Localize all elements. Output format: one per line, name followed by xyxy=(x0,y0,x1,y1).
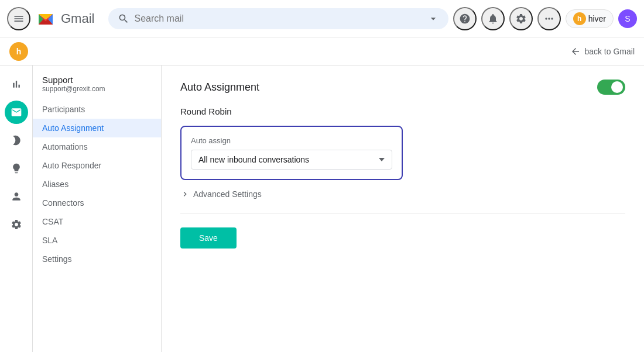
nav-link-participants[interactable]: Participants xyxy=(33,100,161,119)
hiver-chip-label: hiver xyxy=(588,14,606,23)
auto-assignment-toggle[interactable] xyxy=(597,80,625,95)
toggle-slider xyxy=(597,80,625,95)
nav-link-csat[interactable]: CSAT xyxy=(33,212,161,231)
nav-item-auto-responder[interactable]: Auto Responder xyxy=(33,156,161,175)
sidebar: Support support@grexit.com Participants … xyxy=(33,65,162,352)
person-icon-btn[interactable] xyxy=(5,185,28,208)
gmail-header: Gmail h hiver S xyxy=(0,0,644,37)
save-button[interactable]: Save xyxy=(180,227,237,249)
menu-button[interactable] xyxy=(7,7,30,30)
advanced-settings-toggle[interactable]: Advanced Settings xyxy=(180,189,625,199)
nav-item-automations[interactable]: Automations xyxy=(33,137,161,156)
hiver-chip[interactable]: h hiver xyxy=(566,9,614,28)
auto-assign-select[interactable]: All new inbound conversations Unassigned… xyxy=(191,150,392,170)
icon-rail xyxy=(0,65,33,352)
help-button[interactable] xyxy=(453,7,477,30)
page-header: Auto Assignment xyxy=(180,80,625,95)
back-to-gmail-link[interactable]: back to Gmail xyxy=(570,46,635,57)
nav-item-aliases[interactable]: Aliases xyxy=(33,175,161,194)
settings-button[interactable] xyxy=(509,7,533,30)
nav-item-settings[interactable]: Settings xyxy=(33,250,161,268)
nav-link-automations[interactable]: Automations xyxy=(33,137,161,156)
advanced-settings-label: Advanced Settings xyxy=(193,189,262,199)
nav-item-csat[interactable]: CSAT xyxy=(33,212,161,231)
email-icon-btn[interactable] xyxy=(5,101,28,124)
section-title: Round Robin xyxy=(180,106,625,116)
hiver-h-icon: h xyxy=(573,12,586,25)
chevron-right-icon xyxy=(180,189,190,199)
search-dropdown-icon xyxy=(427,13,439,25)
gear-icon-btn[interactable] xyxy=(5,213,28,236)
divider xyxy=(180,213,625,213)
nav-item-connectors[interactable]: Connectors xyxy=(33,194,161,212)
gmail-m-icon xyxy=(35,8,56,29)
search-icon xyxy=(118,13,129,25)
account-name: Support xyxy=(42,75,152,85)
sidebar-nav: Participants Auto Assignment Automations… xyxy=(33,100,161,268)
auto-assign-label: Auto assign xyxy=(191,136,392,145)
search-input[interactable] xyxy=(134,13,422,24)
nav-link-settings[interactable]: Settings xyxy=(33,250,161,268)
moon-icon-btn[interactable] xyxy=(5,129,28,152)
nav-item-participants[interactable]: Participants xyxy=(33,100,161,119)
auto-assign-box: Auto assign All new inbound conversation… xyxy=(180,126,403,180)
hiver-bar: h back to Gmail xyxy=(0,37,644,65)
apps-button[interactable] xyxy=(537,7,561,30)
analytics-icon-btn[interactable] xyxy=(5,73,28,96)
user-avatar[interactable]: S xyxy=(618,9,637,28)
nav-link-auto-assignment[interactable]: Auto Assignment xyxy=(33,119,161,137)
bulb-icon-btn[interactable] xyxy=(5,157,28,180)
nav-link-sla[interactable]: SLA xyxy=(33,231,161,250)
search-bar[interactable] xyxy=(108,8,448,29)
main-container: Support support@grexit.com Participants … xyxy=(0,65,644,352)
account-email: support@grexit.com xyxy=(42,85,152,93)
sidebar-header: Support support@grexit.com xyxy=(33,75,161,100)
page-title: Auto Assignment xyxy=(180,81,259,94)
gmail-logo: Gmail xyxy=(35,8,99,29)
nav-item-sla[interactable]: SLA xyxy=(33,231,161,250)
back-arrow-icon xyxy=(570,46,581,57)
hiver-logo: h xyxy=(9,42,28,61)
nav-link-auto-responder[interactable]: Auto Responder xyxy=(33,156,161,175)
header-right: h hiver S xyxy=(453,7,637,30)
nav-link-aliases[interactable]: Aliases xyxy=(33,175,161,194)
gmail-text: Gmail xyxy=(61,11,94,26)
nav-link-connectors[interactable]: Connectors xyxy=(33,194,161,212)
nav-item-auto-assignment[interactable]: Auto Assignment xyxy=(33,119,161,137)
notifications-button[interactable] xyxy=(481,7,505,30)
back-to-gmail-label: back to Gmail xyxy=(584,47,635,56)
content-area: Auto Assignment Round Robin Auto assign … xyxy=(162,65,644,352)
